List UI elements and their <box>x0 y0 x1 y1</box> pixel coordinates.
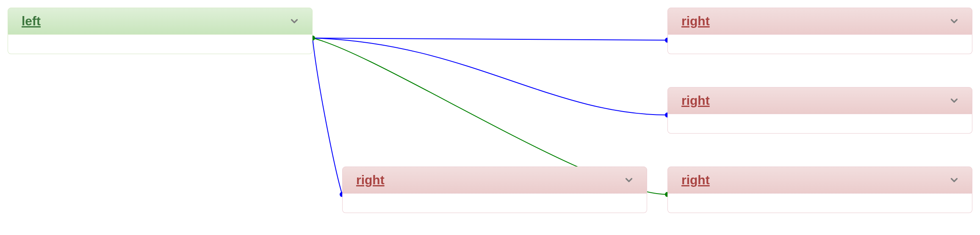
node-right[interactable]: right <box>667 167 972 213</box>
node-title[interactable]: right <box>356 173 385 187</box>
node-body <box>342 194 647 213</box>
node-header[interactable]: right <box>667 87 972 114</box>
node-body <box>667 114 972 134</box>
connection-line <box>313 38 667 115</box>
node-header[interactable]: right <box>342 167 647 194</box>
chevron-down-icon[interactable] <box>948 174 960 186</box>
connection-line <box>313 38 342 194</box>
node-right[interactable]: right <box>667 87 972 134</box>
node-right[interactable]: right <box>342 167 647 213</box>
node-header[interactable]: right <box>667 167 972 194</box>
node-header[interactable]: right <box>667 8 972 35</box>
chevron-down-icon[interactable] <box>948 15 960 27</box>
node-title[interactable]: right <box>681 14 710 28</box>
node-title[interactable]: right <box>681 93 710 108</box>
chevron-down-icon[interactable] <box>948 95 960 107</box>
chevron-down-icon[interactable] <box>288 15 300 27</box>
node-body <box>8 35 313 54</box>
node-body <box>667 194 972 213</box>
connection-line <box>313 38 667 40</box>
node-left[interactable]: left <box>8 8 313 54</box>
node-title[interactable]: right <box>681 173 710 187</box>
node-title[interactable]: left <box>22 14 41 28</box>
node-right[interactable]: right <box>667 8 972 54</box>
node-body <box>667 35 972 54</box>
node-header[interactable]: left <box>8 8 313 35</box>
chevron-down-icon[interactable] <box>623 174 635 186</box>
